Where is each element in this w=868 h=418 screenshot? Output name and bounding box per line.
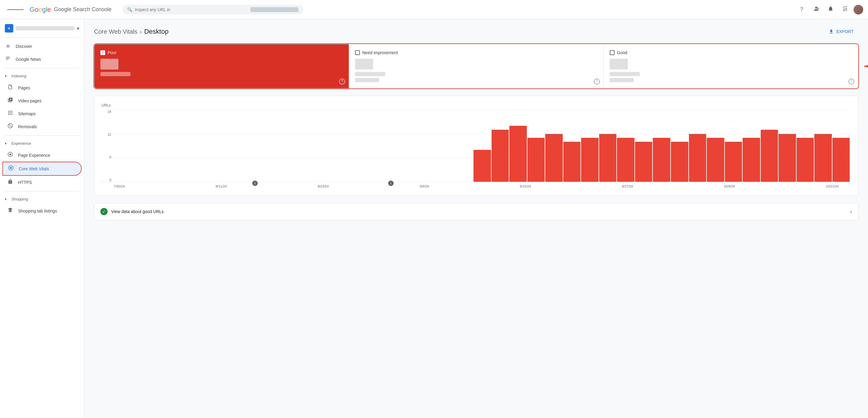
chart-bar[interactable] (599, 134, 617, 182)
good-subtitle-blurred (610, 72, 640, 76)
chart-container: URLs 18 12 6 0 i i (94, 96, 858, 196)
breadcrumb-parent-link[interactable]: Core Web Vitals (94, 28, 137, 35)
sidebar-item-video-pages-label: Video pages (18, 98, 41, 103)
chart-bar[interactable] (473, 150, 491, 182)
y-tick-18: 18 (107, 110, 111, 113)
svg-point-6 (9, 153, 11, 155)
x-label-1: 7/30/24 (114, 184, 125, 188)
chart-bar[interactable] (581, 138, 598, 182)
url-search-bar[interactable]: 🔍 (122, 5, 303, 14)
breadcrumb: Core Web Vitals › Desktop (94, 28, 168, 36)
indexing-chevron-icon: ▾ (5, 74, 7, 78)
sidebar-item-google-news[interactable]: Google News (0, 53, 82, 66)
main-layout: + ▾ ✳ Discover Google News ▾ Indexing (0, 19, 868, 418)
status-card-poor[interactable]: ✓ Poor ? (94, 44, 349, 88)
poor-value-blurred (100, 59, 119, 70)
chart-bar[interactable] (671, 142, 688, 182)
google-logo[interactable]: Google Google Search Console (30, 6, 112, 13)
chart-bar[interactable] (653, 138, 670, 182)
good-value-blurred (610, 59, 628, 70)
sidebar-item-sitemaps[interactable]: Sitemaps (2, 107, 82, 120)
experience-section-header[interactable]: ▾ Experience (0, 138, 84, 149)
chart-bar[interactable] (545, 134, 563, 182)
chart-bar[interactable] (743, 138, 760, 182)
view-data-chevron-icon: › (850, 209, 852, 215)
discover-icon: ✳ (5, 43, 11, 50)
sidebar-item-shopping-tab[interactable]: Shopping tab listings (2, 204, 82, 217)
chart-bar[interactable] (814, 134, 832, 182)
sidebar: + ▾ ✳ Discover Google News ▾ Indexing (0, 19, 84, 418)
chart-bar[interactable] (725, 142, 742, 182)
experience-section-label: Experience (11, 141, 31, 146)
x-label-6: 9/27/24 (622, 184, 633, 188)
google-news-icon (5, 56, 11, 63)
search-input[interactable] (135, 7, 248, 12)
chart-bar[interactable] (689, 134, 707, 182)
good-checkbox-icon (610, 50, 615, 55)
menu-button[interactable] (5, 6, 26, 13)
good-help-icon[interactable]: ? (848, 78, 855, 84)
chart-bar[interactable] (707, 138, 724, 182)
sidebar-divider-1 (5, 68, 79, 68)
property-selector[interactable]: + ▾ (0, 22, 84, 35)
view-data-card[interactable]: ✓ View data about good URLs › (94, 203, 858, 220)
breadcrumb-current: Desktop (144, 28, 168, 36)
https-icon (7, 179, 13, 186)
sidebar-item-discover[interactable]: ✳ Discover (0, 40, 82, 53)
need-improvement-label: Need improvement (362, 50, 398, 55)
chart-annotation-2: i (388, 181, 394, 186)
page-header: Core Web Vitals › Desktop EXPORT (94, 27, 858, 37)
apps-button[interactable] (839, 4, 851, 15)
chart-bar[interactable] (761, 130, 778, 182)
need-improvement-subtitle2-blurred (355, 78, 379, 82)
chart-bar[interactable] (509, 126, 527, 182)
chart-bar[interactable] (563, 142, 581, 182)
chart-bar[interactable] (797, 138, 814, 182)
x-label-8: 10/21/24 (826, 184, 839, 188)
sidebar-item-pages-label: Pages (18, 85, 30, 90)
sidebar-divider-2 (5, 135, 79, 136)
main-content: Core Web Vitals › Desktop EXPORT ✓ Poor (84, 19, 868, 418)
chart-bar[interactable] (527, 138, 545, 182)
notifications-button[interactable] (825, 4, 837, 15)
help-icon: ? (800, 6, 803, 13)
red-arrow (861, 59, 868, 74)
export-button[interactable]: EXPORT (824, 27, 858, 37)
svg-rect-2 (6, 59, 8, 60)
need-improvement-subtitle-blurred (355, 72, 385, 76)
chart-bar[interactable] (778, 134, 796, 182)
breadcrumb-separator: › (140, 28, 142, 35)
shopping-chevron-icon: ▾ (5, 197, 7, 201)
help-button[interactable]: ? (796, 4, 808, 15)
user-avatar[interactable] (854, 5, 863, 14)
sidebar-item-https[interactable]: HTTPS (2, 176, 82, 189)
indexing-section-header[interactable]: ▾ Indexing (0, 71, 84, 81)
sidebar-item-video-pages[interactable]: Video pages (2, 94, 82, 107)
y-tick-6: 6 (110, 155, 111, 159)
sidebar-item-page-experience[interactable]: Page Experience (2, 149, 82, 162)
svg-rect-1 (6, 58, 10, 59)
chart-bars (114, 110, 851, 182)
sidebar-item-removals[interactable]: Removals (2, 120, 82, 133)
need-improvement-card-header: Need improvement (355, 50, 597, 55)
apps-icon (842, 6, 848, 13)
manage-users-button[interactable] (810, 4, 822, 15)
chart-bar[interactable] (832, 138, 850, 182)
status-card-good[interactable]: Good ? (604, 44, 858, 88)
view-data-label: View data about good URLs (111, 209, 846, 214)
poor-help-icon[interactable]: ? (339, 78, 345, 84)
chart-annotation-1: i (252, 181, 258, 186)
chart-bar[interactable] (635, 142, 652, 182)
sidebar-item-core-web-vitals-label: Core Web Vitals (19, 166, 49, 171)
need-improvement-help-icon[interactable]: ? (594, 78, 600, 84)
chart-bar[interactable] (492, 130, 509, 182)
sidebar-item-pages[interactable]: Pages (2, 81, 82, 94)
core-web-vitals-icon (8, 165, 14, 172)
sidebar-item-core-web-vitals[interactable]: Core Web Vitals (2, 162, 82, 176)
shopping-section-label: Shopping (11, 197, 28, 201)
indexing-section-label: Indexing (11, 74, 26, 78)
shopping-section-header[interactable]: ▾ Shopping (0, 194, 84, 204)
chart-bar[interactable] (617, 138, 634, 182)
status-card-need-improvement[interactable]: Need improvement ? (349, 44, 604, 88)
y-tick-12: 12 (107, 133, 111, 136)
